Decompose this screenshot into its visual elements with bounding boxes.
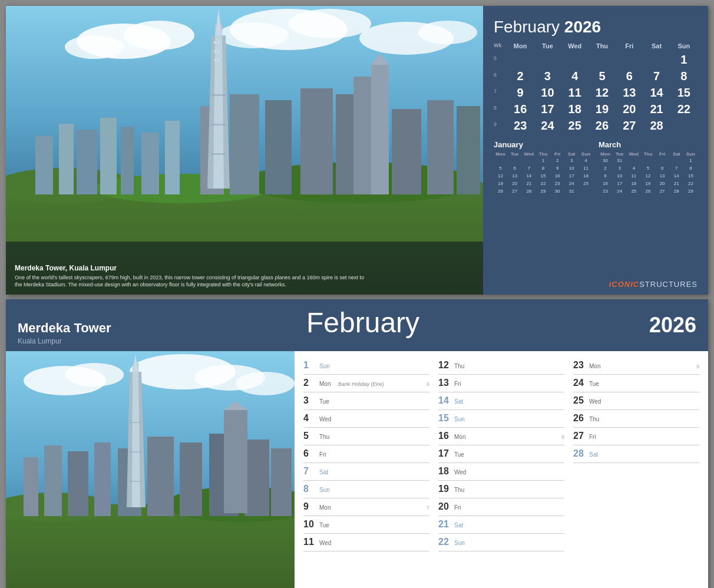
diary-week-number: 8 bbox=[561, 434, 564, 440]
diary-entry: 25Wed bbox=[573, 392, 699, 410]
brand-structures: STRUCTURES bbox=[639, 280, 698, 289]
mini-cal-jan-grid: MonTueWedThuFriSatSun1234567891011121314… bbox=[494, 151, 593, 195]
bottom-content: 1Sun2MonBank Holiday (Eire)63Tue4Wed5Thu… bbox=[6, 351, 708, 588]
svg-rect-61 bbox=[180, 442, 202, 516]
diary-entry: 15Sun bbox=[438, 410, 564, 428]
diary-day-number: 18 bbox=[438, 466, 452, 477]
diary-entry: 19Thu bbox=[438, 481, 564, 498]
diary-entry: 24Tue bbox=[573, 375, 699, 392]
col-header-sat: Sat bbox=[643, 42, 670, 49]
svg-point-6 bbox=[218, 22, 289, 48]
svg-rect-28 bbox=[457, 106, 480, 194]
mini-cal-march: March MonTueWedThuFriSatSun3031123456789… bbox=[599, 140, 698, 275]
week-number: 7 bbox=[494, 85, 507, 100]
svg-rect-37 bbox=[371, 65, 389, 194]
diary-entry: 1Sun bbox=[303, 357, 429, 375]
mini-cal-header: Thu bbox=[641, 151, 654, 157]
mini-cal-day: 3 bbox=[565, 157, 579, 164]
diary-day-name: Thu bbox=[589, 416, 606, 422]
svg-rect-14 bbox=[59, 124, 74, 194]
mini-cal-day: 1 bbox=[536, 157, 550, 164]
mini-cal-header: Sat bbox=[670, 151, 683, 157]
mini-cal-day: 19 bbox=[641, 180, 654, 187]
mini-cal-day: 23 bbox=[599, 188, 612, 195]
svg-rect-44 bbox=[217, 59, 219, 61]
svg-rect-23 bbox=[300, 88, 333, 194]
mini-cal-day: 4 bbox=[627, 165, 640, 172]
mini-cal-day: 15 bbox=[684, 173, 698, 180]
mini-cal-day: 31 bbox=[613, 157, 626, 164]
svg-rect-27 bbox=[427, 100, 454, 194]
mini-cal-day: 10 bbox=[565, 165, 579, 172]
diary-entry: 13Fri bbox=[438, 375, 564, 392]
mini-cal-day bbox=[670, 157, 683, 164]
diary-day-number: 15 bbox=[438, 413, 452, 424]
diary-day-name: Thu bbox=[454, 487, 471, 493]
cal-day: 5 bbox=[589, 68, 616, 84]
svg-rect-18 bbox=[141, 133, 159, 194]
mini-cal-day: 14 bbox=[522, 173, 536, 180]
cal-day: 23 bbox=[507, 118, 534, 133]
svg-rect-55 bbox=[24, 457, 38, 516]
diary-day-number: 6 bbox=[303, 448, 318, 459]
diary-day-name: Fri bbox=[319, 451, 336, 458]
bottom-header-right: February 2026 bbox=[306, 306, 696, 339]
mini-cal-day: 13 bbox=[508, 173, 521, 180]
mini-cal-header: Mon bbox=[599, 151, 612, 157]
mini-cal-header: Wed bbox=[627, 151, 640, 157]
mini-cal-day: 29 bbox=[536, 188, 550, 195]
photo-caption: Merdeka Tower, Kuala Lumpur One of the w… bbox=[15, 264, 368, 289]
main-photo-top: Merdeka Tower, Kuala Lumpur One of the w… bbox=[6, 6, 483, 295]
diary-entry: 12Thu bbox=[438, 357, 564, 375]
mini-cal-day: 20 bbox=[656, 180, 669, 187]
mini-cal-header: Fri bbox=[656, 151, 669, 157]
svg-rect-71 bbox=[130, 481, 141, 482]
photo-title: Merdeka Tower, Kuala Lumpur bbox=[15, 264, 368, 272]
mini-cal-day: 18 bbox=[627, 180, 640, 187]
svg-point-51 bbox=[236, 372, 295, 395]
mini-cal-mar-grid: MonTueWedThuFriSatSun3031123456789101112… bbox=[599, 151, 698, 195]
bottom-month: February bbox=[306, 306, 419, 339]
diary-entry: 28Sat bbox=[573, 445, 699, 463]
cal-day: 0 bbox=[670, 118, 698, 133]
cal-day: 25 bbox=[561, 118, 589, 133]
svg-point-2 bbox=[124, 21, 194, 50]
cal-header-row: Wk Mon Tue Wed Thu Fri Sat Sun bbox=[494, 42, 698, 49]
mini-cal-header: Sat bbox=[565, 151, 579, 157]
diary-day-number: 9 bbox=[303, 501, 318, 512]
diary-day-name: Mon bbox=[589, 363, 606, 369]
mini-cal-day bbox=[641, 157, 654, 164]
diary-week-number: 6 bbox=[427, 381, 429, 387]
col-header-mon: Mon bbox=[507, 42, 534, 49]
location-subtitle: Kuala Lumpur bbox=[18, 337, 306, 345]
diary-day-name: Thu bbox=[454, 363, 471, 369]
svg-point-3 bbox=[65, 35, 124, 59]
svg-rect-57 bbox=[68, 451, 88, 516]
cal-day: 9 bbox=[507, 85, 534, 100]
diary-day-number: 5 bbox=[303, 431, 318, 441]
calendar-month-title: February 2026 bbox=[494, 18, 698, 37]
mini-cal-day: 16 bbox=[599, 180, 612, 187]
diary-day-number: 13 bbox=[438, 378, 452, 388]
mini-cal-day: 24 bbox=[613, 188, 626, 195]
mini-cal-day: 21 bbox=[670, 180, 683, 187]
diary-day-number: 7 bbox=[303, 466, 318, 477]
mini-cal-day: 8 bbox=[536, 165, 550, 172]
cal-day: 13 bbox=[616, 85, 643, 100]
cal-day: 14 bbox=[643, 85, 670, 100]
cal-day: 26 bbox=[589, 118, 616, 133]
mini-cal-day: 14 bbox=[670, 173, 683, 180]
mini-cal-day: 24 bbox=[565, 180, 579, 187]
mini-cal-day: 12 bbox=[494, 173, 507, 180]
cal-week-row: 79101112131415 bbox=[494, 85, 698, 100]
diary-day-number: 17 bbox=[438, 448, 452, 459]
mini-cal-header: Fri bbox=[551, 151, 564, 157]
diary-day-name: Wed bbox=[454, 469, 471, 475]
cal-day: 12 bbox=[589, 85, 616, 100]
wk-col-header: Wk bbox=[494, 42, 507, 49]
diary-day-name: Sat bbox=[319, 469, 336, 475]
mini-cal-day: 1 bbox=[684, 157, 698, 164]
diary-entry: 5Thu bbox=[303, 428, 429, 445]
svg-rect-33 bbox=[211, 94, 226, 96]
mini-cal-day: 21 bbox=[522, 180, 536, 187]
